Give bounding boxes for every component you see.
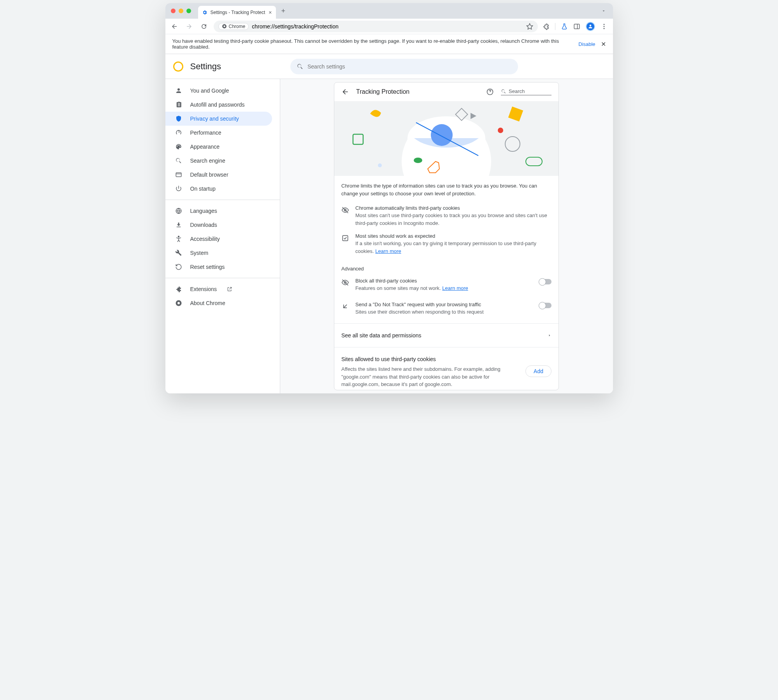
page-search[interactable]: Search — [501, 88, 551, 95]
sidebar-item-label: Autofill and passwords — [190, 102, 245, 108]
sidebar-item-accessibility[interactable]: Accessibility — [165, 232, 280, 246]
svg-rect-30 — [342, 235, 348, 240]
palette-icon — [175, 143, 183, 150]
close-window-button[interactable] — [171, 9, 176, 13]
sidebar-item-appearance[interactable]: Appearance — [165, 140, 280, 154]
settings-search-input[interactable] — [307, 63, 512, 70]
infobar-disable-link[interactable]: Disable — [578, 41, 595, 47]
maximize-window-button[interactable] — [186, 9, 191, 13]
sidebar-item-autofill[interactable]: Autofill and passwords — [165, 98, 280, 112]
forward-button[interactable] — [184, 21, 194, 32]
sidebar-item-extensions[interactable]: Extensions — [165, 282, 280, 296]
url-input[interactable] — [252, 23, 523, 30]
toggle-desc-text: Features on some sites may not work. — [355, 285, 442, 291]
block-cookies-toggle[interactable] — [539, 279, 551, 284]
feature-desc: If a site isn't working, you can try giv… — [355, 240, 551, 255]
wrench-icon — [175, 249, 183, 256]
allowed-desc: Affects the sites listed here and their … — [341, 365, 518, 388]
divider — [334, 347, 558, 347]
settings-title: Settings — [190, 61, 221, 72]
svg-point-5 — [603, 26, 604, 27]
learn-more-link[interactable]: Learn more — [375, 248, 401, 254]
download-icon — [175, 221, 183, 228]
dnt-toggle[interactable] — [539, 303, 551, 308]
reload-button[interactable] — [199, 21, 209, 32]
page-title: Tracking Protection — [356, 88, 479, 95]
see-all-site-data-link[interactable]: See all site data and permissions — [334, 327, 558, 344]
close-tab-button[interactable]: × — [269, 9, 272, 16]
gear-icon — [202, 10, 207, 15]
minimize-window-button[interactable] — [179, 9, 183, 13]
infobar: You have enabled testing third-party coo… — [165, 34, 613, 54]
new-tab-button[interactable]: + — [281, 7, 286, 15]
checkbox-icon — [341, 233, 349, 255]
sidebar-item-label: Default browser — [190, 172, 228, 178]
tab-title: Settings - Tracking Protectio — [211, 10, 266, 15]
sidebar-item-label: Search engine — [190, 158, 225, 164]
site-info-chip[interactable]: Chrome — [218, 23, 249, 30]
illustration — [334, 101, 558, 176]
svg-point-16 — [431, 124, 453, 146]
eye-off-icon — [341, 205, 349, 227]
feature-sites-work: Most sites should work as expected If a … — [334, 232, 558, 260]
eye-off-icon — [341, 278, 349, 286]
svg-rect-26 — [508, 107, 523, 121]
extensions-button[interactable] — [543, 23, 550, 30]
side-panel-button[interactable] — [573, 23, 580, 30]
sidebar-item-privacy[interactable]: Privacy and security — [165, 112, 272, 126]
address-bar[interactable]: Chrome — [214, 21, 538, 32]
feature-title: Chrome automatically limits third-party … — [355, 205, 551, 211]
sidebar-divider — [165, 278, 280, 278]
sidebar-item-system[interactable]: System — [165, 246, 280, 260]
svg-point-12 — [177, 302, 180, 304]
sidebar-item-on-startup[interactable]: On startup — [165, 182, 280, 196]
sidebar-item-search-engine[interactable]: Search engine — [165, 154, 280, 168]
chevron-right-icon — [548, 333, 551, 337]
browser-tab[interactable]: Settings - Tracking Protectio × — [198, 6, 276, 19]
labs-button[interactable] — [561, 23, 568, 30]
svg-point-1 — [223, 25, 225, 27]
sidebar-item-reset[interactable]: Reset settings — [165, 260, 280, 274]
allowed-section: Sites allowed to use third-party cookies… — [334, 351, 558, 390]
tracking-protection-card: Tracking Protection Search — [334, 82, 559, 390]
accessibility-icon — [175, 235, 183, 242]
sidebar-item-languages[interactable]: Languages — [165, 204, 280, 218]
advanced-label: Advanced — [334, 260, 558, 273]
external-link-icon — [227, 286, 232, 292]
sidebar-item-default-browser[interactable]: Default browser — [165, 168, 280, 182]
search-icon — [501, 89, 506, 94]
sidebar-item-about[interactable]: About Chrome — [165, 296, 280, 310]
chip-label: Chrome — [229, 24, 246, 29]
infobar-close-button[interactable]: ✕ — [601, 40, 606, 48]
power-icon — [175, 185, 183, 192]
dnt-row: Send a "Do Not Track" request with your … — [334, 297, 558, 321]
svg-point-19 — [414, 158, 422, 163]
sidebar-item-label: Privacy and security — [190, 116, 239, 122]
sidebar-item-you-and-google[interactable]: You and Google — [165, 84, 280, 98]
window-icon — [175, 171, 183, 178]
sidebar-item-downloads[interactable]: Downloads — [165, 218, 280, 232]
page-search-placeholder: Search — [509, 88, 525, 94]
sidebar-item-performance[interactable]: Performance — [165, 126, 280, 140]
puzzle-icon — [175, 286, 183, 293]
learn-more-link[interactable]: Learn more — [442, 285, 468, 291]
settings-search[interactable] — [290, 59, 518, 74]
back-button[interactable] — [341, 88, 349, 96]
tab-strip: Settings - Tracking Protectio × + — [165, 3, 613, 19]
svg-point-4 — [603, 24, 604, 25]
separator — [555, 23, 555, 30]
main-area: You and Google Autofill and passwords Pr… — [165, 79, 613, 393]
tabs-dropdown-button[interactable] — [599, 6, 608, 16]
help-button[interactable] — [486, 88, 494, 96]
svg-rect-25 — [526, 157, 542, 166]
menu-button[interactable] — [601, 23, 608, 30]
sidebar-item-label: Reset settings — [190, 264, 225, 270]
speedometer-icon — [175, 129, 183, 136]
profile-button[interactable] — [586, 22, 595, 31]
back-button[interactable] — [169, 21, 179, 32]
add-button[interactable]: Add — [525, 365, 551, 377]
shield-icon — [175, 115, 183, 122]
sidebar-item-label: Extensions — [190, 286, 217, 292]
sidebar-item-label: Appearance — [190, 144, 220, 150]
bookmark-button[interactable] — [526, 23, 533, 30]
